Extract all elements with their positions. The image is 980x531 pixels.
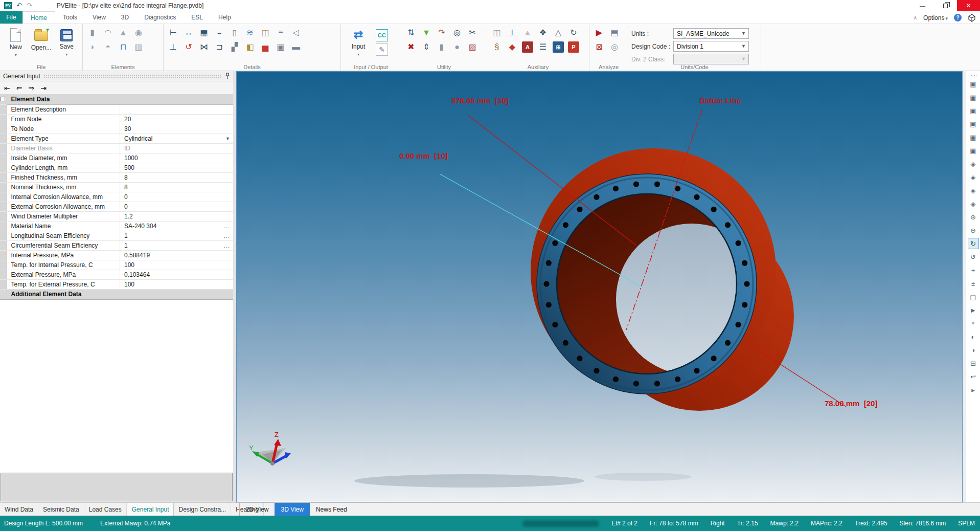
plate-rolling-icon[interactable]: ↻ [567,26,580,39]
collapse-icon[interactable] [1,97,5,101]
help-icon[interactable]: ? [954,14,962,21]
close-button[interactable]: ✕ [957,0,980,11]
run-analysis-icon[interactable]: ▶ [592,26,606,39]
select-arrow-icon[interactable]: ► [968,304,979,316]
menu-item-tools[interactable]: Tools [55,11,85,24]
spin-axis-icon[interactable]: ↺ [968,251,979,262]
detach-icon[interactable]: ✂ [466,26,479,39]
zoom-2d-icon[interactable]: ◎ [450,26,464,39]
base-ring-icon[interactable]: ⊥ [506,26,519,39]
tab-seismic-data[interactable]: Seismic Data [38,503,84,516]
tower-layout-icon[interactable]: △ [552,26,565,39]
toolbar-grip[interactable] [969,73,977,76]
coupling-icon[interactable]: ▬ [289,40,303,54]
input-button[interactable]: ⇄ Input ▾ [344,26,373,63]
ellipsis-button[interactable]: ... [224,222,230,231]
pan-icon[interactable]: + [968,264,979,276]
open-button[interactable]: Open... [29,26,54,63]
units-select[interactable]: SI_ASME_Unicode▼ [673,28,749,39]
property-value[interactable]: 8 [120,182,234,192]
property-value[interactable]: 500 [120,163,234,172]
property-value[interactable]: 20 [120,114,234,124]
property-value[interactable]: SA-240 304... [120,221,234,231]
pin-icon[interactable] [225,73,230,79]
undo-icon[interactable]: ↶ [16,2,22,9]
jacket-icon[interactable]: ◧ [243,40,257,54]
property-value[interactable]: 1... [120,240,234,250]
3d-viewport[interactable]: Y Z 578.00 mm [30] Datum Line 0.00 mm [1… [236,71,963,502]
options-menu[interactable]: Options▾ [923,14,948,21]
nozzle-icon[interactable]: ⊢ [167,26,180,39]
tab-design-constra-[interactable]: Design Constra... [174,503,231,516]
undo-view-icon[interactable]: ↩ [968,371,979,382]
iso-view-5-icon[interactable]: ▣ [968,131,979,143]
welded-flat-head-icon[interactable]: ⊓ [117,40,130,54]
flip-head-icon[interactable]: ↷ [435,26,448,39]
error-check-icon[interactable]: ⊠ [592,40,606,54]
menu-item-3d[interactable]: 3D [113,11,136,24]
menu-item-home[interactable]: Home [22,11,55,24]
property-value[interactable] [120,104,234,114]
bill-of-materials-icon[interactable]: ☰ [536,40,550,54]
new-button[interactable]: New ▾ [3,26,29,63]
cylinder-icon[interactable]: ▮ [86,26,99,39]
iso-view-4-icon[interactable]: ▣ [968,118,979,129]
iso-view-6-icon[interactable]: ▣ [968,145,979,156]
cross-bracing-icon[interactable]: ⋈ [197,40,211,54]
ellipsis-button[interactable]: ... [224,241,230,250]
local-load-icon[interactable]: ↺ [182,40,195,54]
weld-seam-icon[interactable]: ▅ [259,40,272,54]
sphere-select-icon[interactable]: ● [450,40,464,54]
half-pipe-jacket-icon[interactable]: ◫ [259,26,272,39]
sump-icon[interactable]: ▣ [274,40,287,54]
menu-item-diagnostics[interactable]: Diagnostics [136,11,184,24]
elliptical-head-icon[interactable]: ◠ [101,26,115,39]
skirt-support-icon[interactable]: ▥ [132,40,145,54]
component-picker-icon[interactable]: ❖ [536,26,550,39]
property-value[interactable]: 0.103464 [120,270,234,279]
property-value[interactable]: 0 [120,202,234,211]
zoom-in-icon[interactable]: ⊕ [968,211,979,223]
area-hatch-icon[interactable]: ▨ [466,40,479,54]
minimize-button[interactable]: — [911,0,934,11]
packed-column-icon[interactable]: ▞ [228,40,241,54]
output-image-button[interactable]: ✎ [376,43,388,56]
design-code-select[interactable]: Division 1▼ [673,41,749,52]
property-value[interactable]: 0 [120,192,234,202]
cc-button[interactable]: CC [376,29,388,41]
property-value[interactable]: 1.2 [120,211,234,221]
restore-button[interactable] [934,0,957,11]
menu-item-view[interactable]: View [85,11,113,24]
face-view-3-icon[interactable]: ◈ [968,185,979,196]
insert-element-icon[interactable]: ⇅ [404,26,418,39]
forces-moments-icon[interactable]: ↔ [182,26,195,39]
menu-item-esl[interactable]: ESL [184,11,211,24]
first-element-button[interactable]: ⇤ [4,84,10,92]
redo-icon[interactable]: ↷ [27,2,32,9]
hemispherical-head-icon[interactable]: ◓ [101,40,115,54]
property-value[interactable]: 0.588419 [120,250,234,260]
rotate-icon[interactable]: ↻ [968,238,979,249]
next-element-button[interactable]: ⇒ [28,84,34,92]
legs-icon[interactable]: ▯ [228,26,241,39]
review-report-icon[interactable]: ▤ [608,26,621,39]
property-value[interactable]: 8 [120,172,234,182]
property-value[interactable]: 1000 [120,153,234,163]
pdf-3d-icon[interactable]: P [568,41,579,53]
property-value[interactable]: 30 [120,124,234,134]
section-box-icon[interactable]: ⊟ [968,358,979,369]
coord-system-icon[interactable]: ⌖ [968,318,979,329]
more-icon[interactable]: ▸ [968,384,979,395]
zoom-out-icon[interactable]: ⊖ [968,225,979,236]
body-flange-icon[interactable]: ◉ [132,26,145,39]
tab-2d-view[interactable]: 2D View [240,503,275,516]
platform-icon[interactable]: ▦ [197,26,211,39]
saddle-icon[interactable]: ⌣ [213,26,226,39]
tab-wind-data[interactable]: Wind Data [0,503,38,516]
iso-view-1-icon[interactable]: ▣ [968,78,979,90]
menu-file-tab[interactable]: File [0,11,22,24]
flanged-nozzle-icon[interactable]: ⊥ [167,40,180,54]
tab-news-feed[interactable]: News Feed [310,503,353,516]
property-value[interactable]: 100 [120,260,234,270]
face-view-4-icon[interactable]: ◈ [968,198,979,209]
